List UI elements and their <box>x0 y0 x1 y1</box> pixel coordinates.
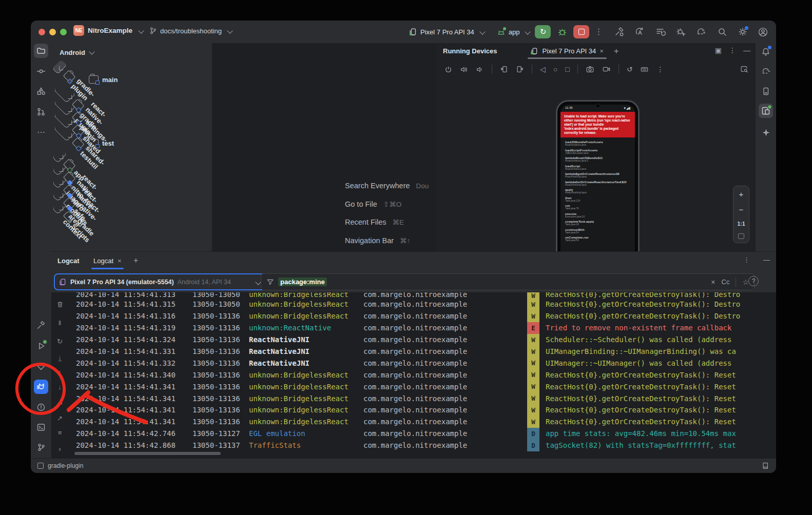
profile-avatar-icon[interactable] <box>757 26 769 38</box>
close-window-button[interactable] <box>38 29 45 35</box>
terminal-tool-button[interactable] <box>34 420 48 434</box>
log-row[interactable]: 2024-10-14 11:54:41.341 13050-13136 unkn… <box>69 416 776 428</box>
minimize-panel-icon[interactable]: — <box>743 46 750 54</box>
zoom-out-button[interactable]: − <box>739 205 744 214</box>
problems-tool-button[interactable] <box>34 400 48 414</box>
add-device-tab-button[interactable]: + <box>614 46 619 56</box>
log-row[interactable]: 2024-10-14 11:54:41.319 13050-13136 unkn… <box>69 322 776 334</box>
pause-logcat-icon[interactable]: ‖ <box>59 319 61 327</box>
run-tool-button[interactable] <box>34 339 48 353</box>
export-logs-icon[interactable]: ↗ <box>57 414 63 422</box>
log-row[interactable]: 2024-10-14 11:54:41.331 13050-13136 Reac… <box>69 346 776 358</box>
tree-item[interactable]: test <box>55 137 208 149</box>
commit-tool-button[interactable] <box>34 64 48 78</box>
log-row[interactable]: 2024-10-14 11:54:41.341 13050-13136 unkn… <box>69 381 776 392</box>
vcs-branch-widget[interactable]: docs/troubleshooting <box>149 27 232 35</box>
device-more-menu[interactable]: ⋮ <box>656 66 664 73</box>
tree-chevron-icon[interactable] <box>59 66 63 70</box>
device-selector[interactable]: Pixel 7 Pro API 34 <box>409 25 485 38</box>
tree-chevron-icon[interactable] <box>59 181 63 185</box>
match-case-toggle[interactable]: Cc <box>722 278 730 286</box>
layout-icon[interactable]: ▣ <box>715 46 722 54</box>
running-devices-tool-button[interactable] <box>759 104 773 118</box>
help-book-icon[interactable] <box>761 462 769 470</box>
device-tab[interactable]: Pixel 7 Pro API 34 × <box>528 43 606 59</box>
tree-chevron-icon[interactable] <box>59 206 63 210</box>
android-home-button[interactable]: ○ <box>553 66 557 73</box>
tree-chevron-icon[interactable] <box>68 95 72 99</box>
log-row[interactable]: 2024-10-14 11:54:42.868 13050-13137 Traf… <box>69 440 776 451</box>
tree-chevron-icon[interactable] <box>68 108 72 112</box>
log-row[interactable]: 2024-10-14 11:54:41.315 13050-13050 unkn… <box>69 299 776 310</box>
profiler-bug-icon[interactable] <box>675 26 687 38</box>
status-bar-module[interactable]: gradle-plugin <box>48 462 83 469</box>
logcat-settings-icon[interactable]: ≡ <box>58 429 62 437</box>
tree-item[interactable]: app <box>52 148 67 163</box>
tree-chevron-icon[interactable] <box>59 155 63 159</box>
horizontal-scrollbar[interactable] <box>74 452 221 455</box>
stop-button[interactable] <box>573 25 589 38</box>
sync-translate-icon[interactable] <box>634 26 646 38</box>
android-back-button[interactable]: ◁ <box>540 66 546 73</box>
logcat-tab[interactable]: Logcat × <box>91 252 124 269</box>
rerun-button[interactable]: ↻ <box>535 25 551 38</box>
build-variants-icon[interactable] <box>654 26 666 38</box>
more-gutter-actions-icon[interactable]: › <box>59 444 61 453</box>
rotate-left-button[interactable] <box>500 65 508 73</box>
volume-down-button[interactable] <box>476 66 484 73</box>
logcat-filter-field[interactable]: package:mine × Cc ☆ <box>261 273 755 290</box>
screenshot-camera-button[interactable] <box>586 65 594 73</box>
tree-chevron-icon[interactable] <box>68 121 72 125</box>
rotate-right-button[interactable] <box>516 65 524 73</box>
device-mirror-phone[interactable]: 11:35 ▼◢▮ Unable to load script. Make su… <box>556 100 640 251</box>
minimize-window-button[interactable] <box>49 29 56 35</box>
logcat-tool-button[interactable] <box>34 380 48 394</box>
debug-button[interactable] <box>556 26 568 38</box>
device-screen[interactable]: 11:35 ▼◢▮ Unable to load script. Make su… <box>560 105 635 251</box>
tree-item[interactable]: gradle-plugin <box>52 60 67 74</box>
device-manager-tool-button[interactable] <box>759 84 773 98</box>
gradle-sync-icon[interactable] <box>695 26 707 38</box>
app-quality-insights-tool-button[interactable] <box>34 359 48 373</box>
log-row[interactable]: 2024-10-14 11:54:41.332 13050-13136 Reac… <box>69 357 776 369</box>
run-more-menu[interactable]: ⋮ <box>594 28 603 36</box>
close-tab-icon[interactable]: × <box>118 257 122 265</box>
filter-query-value[interactable]: package:mine <box>278 278 327 286</box>
power-button[interactable] <box>444 66 452 73</box>
previous-occurrence-icon[interactable]: ↑ <box>58 368 62 376</box>
log-row[interactable]: 2024-10-14 11:54:41.316 13050-13136 unkn… <box>69 310 776 322</box>
logcat-device-dropdown[interactable]: Pixel 7 Pro API 34 (emulator-5554) Andro… <box>54 273 265 290</box>
build-tool-button[interactable] <box>34 318 48 332</box>
structure-tool-button[interactable] <box>34 84 48 98</box>
add-logcat-tab-button[interactable]: + <box>133 256 138 265</box>
tree-chevron-icon[interactable] <box>59 168 63 172</box>
hardware-input-button[interactable] <box>640 65 649 73</box>
logcat-rows[interactable]: 2024-10-14 11:54:41.313 13050-13050 unkn… <box>69 292 776 451</box>
zoom-fit-button[interactable] <box>738 233 744 239</box>
tree-item[interactable]: main <box>55 73 208 86</box>
clear-filter-icon[interactable]: × <box>711 278 715 286</box>
clear-logcat-icon[interactable] <box>56 301 64 308</box>
project-widget[interactable]: NE NitroExample <box>73 25 143 36</box>
filter-funnel-icon[interactable] <box>266 278 274 286</box>
tree-chevron-icon[interactable] <box>59 193 63 197</box>
favorite-filter-icon[interactable]: ☆ <box>742 278 749 286</box>
next-occurrence-icon[interactable]: ↓ <box>58 383 62 391</box>
build-hammer-icon[interactable] <box>613 26 625 38</box>
log-row[interactable]: 2024-10-14 11:54:41.340 13050-13136 unkn… <box>69 369 776 381</box>
volume-up-button[interactable] <box>460 66 468 73</box>
run-configuration-selector[interactable]: app <box>497 25 530 38</box>
gemini-assistant-tool-button[interactable] <box>759 125 773 140</box>
notifications-tool-button[interactable] <box>759 45 773 59</box>
help-icon[interactable]: ? <box>748 276 759 286</box>
device-reset-button[interactable]: ↺ <box>627 66 633 73</box>
log-row[interactable]: 2024-10-14 11:54:42.746 13050-13127 EGL_… <box>69 428 776 440</box>
log-row[interactable]: 2024-10-14 11:54:41.341 13050-13136 unkn… <box>69 404 776 416</box>
log-row[interactable]: 2024-10-14 11:54:41.313 13050-13050 unkn… <box>69 292 776 299</box>
restart-logcat-icon[interactable]: ↻ <box>57 338 63 345</box>
version-control-tool-button[interactable] <box>34 440 48 454</box>
screen-record-button[interactable] <box>602 65 611 73</box>
scroll-to-end-icon[interactable]: ↓ <box>58 354 62 361</box>
kebab-icon[interactable]: ⋮ <box>729 46 736 54</box>
soft-wrap-icon[interactable]: ↩ <box>57 400 63 408</box>
